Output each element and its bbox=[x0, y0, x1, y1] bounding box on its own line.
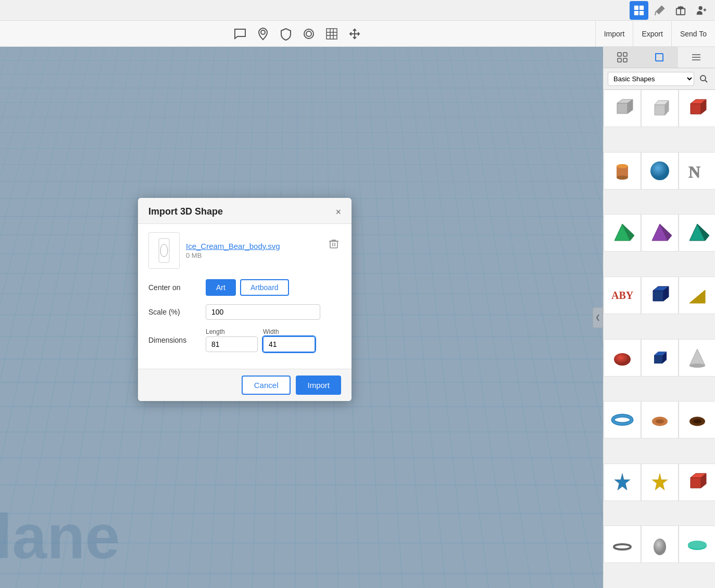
main-content: lane Import 3D Shape × bbox=[0, 47, 715, 588]
svg-text:ABY: ABY bbox=[611, 290, 634, 301]
import-confirm-button[interactable]: Import bbox=[296, 376, 341, 395]
shape-ellipsoid[interactable] bbox=[604, 339, 641, 377]
svg-marker-63 bbox=[689, 349, 705, 366]
import-modal: Import 3D Shape × bbox=[138, 198, 352, 401]
shape-red-box[interactable] bbox=[679, 90, 715, 127]
file-name-link[interactable]: Ice_Cream_Bear_body.svg bbox=[186, 242, 320, 251]
location-button[interactable] bbox=[255, 26, 271, 42]
dimensions-label: Dimensions bbox=[148, 336, 206, 344]
shape-ring-dark[interactable] bbox=[679, 401, 715, 439]
svg-rect-25 bbox=[623, 53, 627, 56]
svg-rect-26 bbox=[618, 58, 621, 62]
svg-marker-36 bbox=[655, 105, 665, 115]
send-to-button[interactable]: Send To bbox=[671, 21, 715, 47]
svg-marker-39 bbox=[691, 104, 701, 114]
svg-point-9 bbox=[261, 30, 265, 34]
shape-pyramid-teal[interactable] bbox=[679, 214, 715, 252]
cancel-button[interactable]: Cancel bbox=[242, 376, 291, 395]
panel-tab-list[interactable] bbox=[678, 47, 715, 68]
svg-rect-0 bbox=[634, 5, 638, 9]
panel-tab-grid[interactable] bbox=[604, 47, 641, 68]
width-group: Width bbox=[263, 328, 315, 352]
panel-tabs bbox=[604, 47, 715, 68]
tools-button[interactable] bbox=[650, 1, 669, 20]
toolbar-right-actions: Import Export Send To bbox=[595, 21, 715, 47]
canvas-area: lane Import 3D Shape × bbox=[0, 47, 603, 588]
svg-point-44 bbox=[617, 176, 628, 180]
shape-letter-n[interactable]: N bbox=[679, 152, 715, 190]
second-toolbar: Import Export Send To bbox=[0, 21, 715, 47]
svg-point-20 bbox=[160, 244, 168, 257]
right-panel: Basic Shapes bbox=[603, 47, 715, 588]
svg-marker-33 bbox=[617, 103, 628, 114]
align-button[interactable] bbox=[346, 26, 363, 42]
shape-lens[interactable] bbox=[641, 526, 679, 563]
art-button[interactable]: Art bbox=[206, 279, 236, 296]
import-button[interactable]: Import bbox=[595, 21, 633, 47]
shape-cone[interactable] bbox=[679, 339, 715, 377]
svg-point-11 bbox=[306, 31, 311, 36]
svg-point-70 bbox=[693, 419, 701, 423]
delete-file-button[interactable] bbox=[327, 236, 341, 254]
svg-point-77 bbox=[654, 539, 666, 555]
shape-box[interactable] bbox=[604, 90, 641, 127]
shapes-search-button[interactable] bbox=[696, 71, 711, 86]
scale-label: Scale (%) bbox=[148, 308, 206, 316]
grid-view-button[interactable] bbox=[630, 1, 648, 20]
file-info: Ice_Cream_Bear_body.svg 0 MB bbox=[186, 242, 320, 259]
width-input[interactable] bbox=[263, 336, 315, 352]
export-button[interactable]: Export bbox=[633, 21, 671, 47]
shape-torus[interactable] bbox=[604, 401, 641, 439]
shape-pyramid-green[interactable] bbox=[604, 214, 641, 252]
svg-point-6 bbox=[699, 6, 703, 9]
shape-sphere[interactable] bbox=[641, 152, 679, 190]
shape-star-blue[interactable] bbox=[604, 464, 641, 501]
svg-marker-58 bbox=[689, 290, 705, 303]
comment-button[interactable] bbox=[232, 26, 248, 42]
shape-wedge[interactable] bbox=[679, 277, 715, 314]
artboard-button[interactable]: Artboard bbox=[240, 279, 289, 296]
scale-input[interactable] bbox=[206, 304, 320, 320]
center-on-group: Art Artboard bbox=[206, 279, 289, 296]
modal-close-button[interactable]: × bbox=[335, 207, 341, 217]
circle-button[interactable] bbox=[300, 26, 317, 42]
shape-disc-teal[interactable] bbox=[679, 526, 715, 563]
shape-cube-blue2[interactable] bbox=[641, 339, 679, 377]
shape-pyramid-purple[interactable] bbox=[641, 214, 679, 252]
shape-3d-text[interactable]: ABY bbox=[604, 277, 641, 314]
panel-tab-corner[interactable] bbox=[641, 47, 678, 68]
svg-rect-21 bbox=[330, 241, 337, 248]
file-row: Ice_Cream_Bear_body.svg 0 MB bbox=[148, 232, 341, 269]
app-container: Import Export Send To lane Import 3D Sha… bbox=[0, 0, 715, 588]
file-preview bbox=[148, 232, 180, 269]
shape-box-red2[interactable] bbox=[679, 464, 715, 501]
panel-search-row: Basic Shapes bbox=[604, 68, 715, 90]
shape-ring2[interactable] bbox=[604, 526, 641, 563]
length-input[interactable] bbox=[206, 336, 258, 352]
shapes-category-select[interactable]: Basic Shapes bbox=[608, 72, 694, 86]
dimensions-fields: Length Width bbox=[206, 328, 315, 352]
grid-button[interactable] bbox=[323, 26, 340, 42]
svg-rect-2 bbox=[634, 10, 638, 15]
present-button[interactable] bbox=[671, 1, 690, 20]
modal-header: Import 3D Shape × bbox=[138, 198, 352, 224]
svg-line-4 bbox=[655, 11, 656, 15]
shape-box2[interactable] bbox=[641, 90, 679, 127]
svg-point-64 bbox=[689, 364, 705, 368]
shape-box-blue[interactable] bbox=[641, 277, 679, 314]
shield-button[interactable] bbox=[278, 26, 294, 42]
shape-ring-brown[interactable] bbox=[641, 401, 679, 439]
shape-star-yellow[interactable] bbox=[641, 464, 679, 501]
shape-cylinder[interactable] bbox=[604, 152, 641, 190]
svg-point-43 bbox=[617, 164, 628, 168]
length-group: Length bbox=[206, 328, 258, 352]
svg-marker-71 bbox=[614, 473, 630, 490]
add-person-button[interactable] bbox=[692, 1, 711, 20]
scale-row: Scale (%) bbox=[148, 304, 341, 320]
svg-rect-27 bbox=[623, 58, 627, 62]
svg-marker-73 bbox=[691, 478, 701, 488]
width-label: Width bbox=[263, 328, 315, 335]
toolbar-center-icons bbox=[0, 26, 595, 42]
modal-footer: Cancel Import bbox=[138, 369, 352, 401]
svg-point-45 bbox=[650, 161, 669, 180]
